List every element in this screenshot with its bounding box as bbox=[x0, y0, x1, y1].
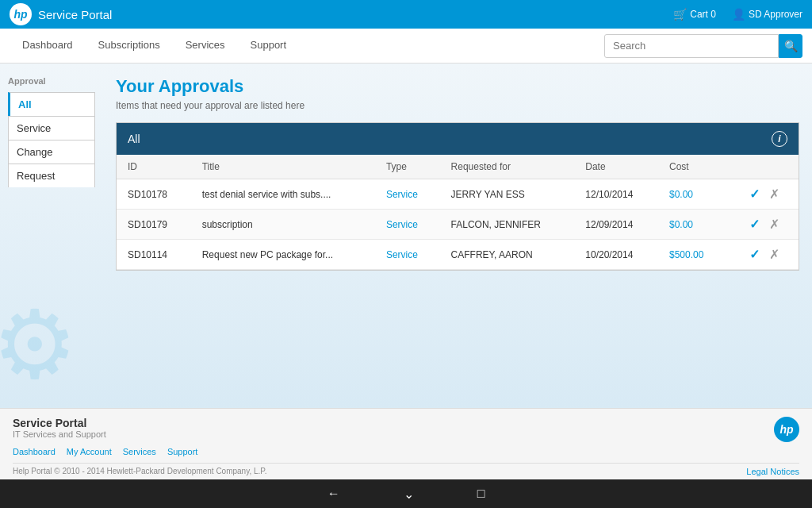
site-title: Service Portal bbox=[38, 8, 112, 21]
nav-links: Dashboard Subscriptions Services Support bbox=[10, 29, 299, 64]
footer: Service Portal IT Services and Support h… bbox=[0, 408, 812, 479]
hp-logo: hp bbox=[10, 3, 32, 25]
cell-id: SD10179 bbox=[117, 210, 191, 240]
footer-link-services[interactable]: Services bbox=[123, 447, 156, 456]
table-header-row: ID Title Type Requested for Date Cost bbox=[117, 155, 799, 179]
cell-type[interactable]: Service bbox=[375, 210, 440, 240]
reject-button[interactable]: ✗ bbox=[769, 187, 779, 202]
approvals-table: ID Title Type Requested for Date Cost SD… bbox=[117, 155, 799, 270]
cell-title: test denial service with subs.... bbox=[191, 179, 375, 210]
approve-button[interactable]: ✓ bbox=[749, 187, 760, 202]
android-recents-button[interactable]: □ bbox=[477, 487, 485, 501]
nav-subscriptions[interactable]: Subscriptions bbox=[86, 29, 173, 64]
footer-company-sub: IT Services and Support bbox=[13, 429, 106, 439]
col-actions bbox=[726, 155, 799, 179]
cell-title: Request new PC package for... bbox=[191, 240, 375, 270]
table-row: SD10114 Request new PC package for... Se… bbox=[117, 240, 799, 270]
cell-cost: $0.00 bbox=[658, 179, 726, 210]
cell-requested-for: FALCON, JENNIFER bbox=[440, 210, 575, 240]
main-navigation: Dashboard Subscriptions Services Support… bbox=[0, 29, 812, 64]
android-home-button[interactable]: ⌄ bbox=[404, 487, 414, 502]
cell-date: 10/20/2014 bbox=[574, 240, 658, 270]
cell-actions: ✓ ✗ bbox=[726, 240, 799, 270]
cell-date: 12/09/2014 bbox=[574, 210, 658, 240]
col-cost: Cost bbox=[658, 155, 726, 179]
reject-button[interactable]: ✗ bbox=[769, 217, 779, 232]
search-input[interactable] bbox=[604, 34, 779, 58]
page-subtitle: Items that need your approval are listed… bbox=[116, 100, 799, 111]
search-button[interactable]: 🔍 bbox=[779, 34, 802, 58]
nav-support[interactable]: Support bbox=[238, 29, 300, 64]
user-icon: 👤 bbox=[732, 8, 745, 21]
cell-id: SD10178 bbox=[117, 179, 191, 210]
footer-top: Service Portal IT Services and Support h… bbox=[13, 417, 799, 442]
approvals-table-container: All i ID Title Type Requested for Date C… bbox=[116, 122, 799, 271]
table-row: SD10178 test denial service with subs...… bbox=[117, 179, 799, 210]
gear-watermark: ⚙ bbox=[0, 297, 78, 392]
topbar-right: 🛒 Cart 0 👤 SD Approver bbox=[673, 8, 802, 21]
main-content: Your Approvals Items that need your appr… bbox=[103, 64, 812, 408]
cell-type[interactable]: Service bbox=[375, 179, 440, 210]
legal-notices-link[interactable]: Legal Notices bbox=[746, 467, 799, 476]
user-label: SD Approver bbox=[749, 9, 802, 20]
table-row: SD10179 subscription Service FALCON, JEN… bbox=[117, 210, 799, 240]
table-body: SD10178 test denial service with subs...… bbox=[117, 179, 799, 270]
cell-cost: $500.00 bbox=[658, 240, 726, 270]
cell-type[interactable]: Service bbox=[375, 240, 440, 270]
cell-id: SD10114 bbox=[117, 240, 191, 270]
sidebar-item-request[interactable]: Request bbox=[8, 164, 95, 187]
cell-title: subscription bbox=[191, 210, 375, 240]
content-area: Approval All Service Change Request ⚙ Yo… bbox=[0, 64, 812, 408]
cell-requested-for: JERRY YAN ESS bbox=[440, 179, 575, 210]
table-header-label: All bbox=[128, 133, 140, 145]
search-icon: 🔍 bbox=[784, 40, 798, 52]
footer-links: Dashboard My Account Services Support bbox=[13, 447, 799, 456]
footer-copyright: Help Portal © 2010 - 2014 Hewlett-Packar… bbox=[13, 467, 267, 476]
info-icon[interactable]: i bbox=[772, 131, 787, 147]
table-header: All i bbox=[117, 123, 799, 155]
sidebar-item-change[interactable]: Change bbox=[8, 140, 95, 164]
footer-link-myaccount[interactable]: My Account bbox=[67, 447, 112, 456]
footer-bottom: Help Portal © 2010 - 2014 Hewlett-Packar… bbox=[13, 463, 799, 476]
cart-link[interactable]: 🛒 Cart 0 bbox=[673, 8, 716, 21]
sidebar: Approval All Service Change Request ⚙ bbox=[0, 64, 103, 408]
col-type: Type bbox=[375, 155, 440, 179]
nav-services[interactable]: Services bbox=[173, 29, 238, 64]
cell-date: 12/10/2014 bbox=[574, 179, 658, 210]
nav-dashboard[interactable]: Dashboard bbox=[10, 29, 86, 64]
reject-button[interactable]: ✗ bbox=[769, 247, 779, 262]
android-back-button[interactable]: ← bbox=[327, 487, 340, 501]
sidebar-item-service[interactable]: Service bbox=[8, 116, 95, 140]
cart-label: Cart 0 bbox=[690, 9, 716, 20]
cell-requested-for: CAFFREY, AARON bbox=[440, 240, 575, 270]
footer-link-dashboard[interactable]: Dashboard bbox=[13, 447, 56, 456]
cell-actions: ✓ ✗ bbox=[726, 210, 799, 240]
footer-link-support[interactable]: Support bbox=[167, 447, 198, 456]
cart-icon: 🛒 bbox=[673, 8, 687, 21]
search-bar: 🔍 bbox=[604, 34, 802, 58]
approve-button[interactable]: ✓ bbox=[749, 247, 760, 262]
footer-hp-logo: hp bbox=[774, 417, 799, 442]
footer-company-name: Service Portal bbox=[13, 417, 106, 429]
topbar-left: hp Service Portal bbox=[10, 3, 112, 25]
user-link[interactable]: 👤 SD Approver bbox=[732, 8, 802, 21]
footer-logo-text: hp bbox=[779, 423, 793, 436]
sidebar-label: Approval bbox=[8, 76, 95, 86]
col-date: Date bbox=[574, 155, 658, 179]
android-navigation-bar: ← ⌄ □ bbox=[0, 479, 812, 508]
sidebar-item-all[interactable]: All bbox=[8, 92, 95, 116]
col-id: ID bbox=[117, 155, 191, 179]
approve-button[interactable]: ✓ bbox=[749, 217, 760, 232]
col-requested-for: Requested for bbox=[440, 155, 575, 179]
cell-actions: ✓ ✗ bbox=[726, 179, 799, 210]
page-title: Your Approvals bbox=[116, 76, 799, 97]
cell-cost: $0.00 bbox=[658, 210, 726, 240]
footer-company: Service Portal IT Services and Support bbox=[13, 417, 106, 439]
col-title: Title bbox=[191, 155, 375, 179]
topbar: hp Service Portal 🛒 Cart 0 👤 SD Approver bbox=[0, 0, 812, 29]
